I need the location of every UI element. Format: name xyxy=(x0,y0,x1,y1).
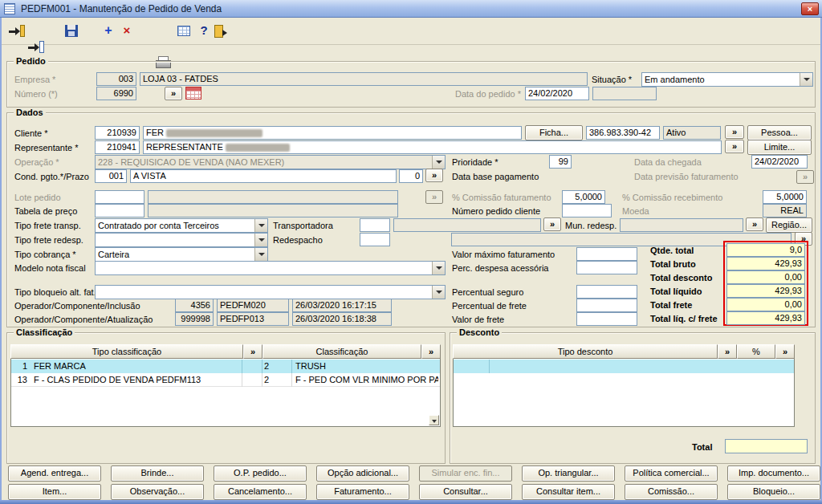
politica-comercial-button[interactable]: Política comercial... xyxy=(625,465,718,482)
desconto-pct-lookup-header[interactable]: » xyxy=(775,344,795,359)
qtde-total-field: 9,0 xyxy=(726,243,805,257)
desconto-tipo-lookup-header[interactable]: » xyxy=(718,344,737,359)
classificacao-header-tipo[interactable]: Tipo classificação xyxy=(10,344,243,359)
valor-max-fat-label: Valor máximo faturamento xyxy=(452,250,555,260)
delete-icon[interactable]: × xyxy=(118,23,136,39)
valor-frete-field[interactable] xyxy=(576,312,637,326)
comissao-button[interactable]: Comissão... xyxy=(625,484,718,500)
chevron-down-icon[interactable] xyxy=(254,234,267,246)
item-button[interactable]: Item... xyxy=(8,484,101,500)
modelo-nf-select[interactable] xyxy=(95,261,446,275)
data-previsao-lookup-button: » xyxy=(796,170,814,184)
agend-entrega-button[interactable]: Agend. entrega... xyxy=(8,465,101,482)
cancelamento-button[interactable]: Cancelamento... xyxy=(214,484,307,500)
representante-name-text: REPRESENTANTE xyxy=(146,142,223,152)
total-liq-frete-field: 429,93 xyxy=(726,311,805,325)
imp-documento-button[interactable]: Imp. documento... xyxy=(727,465,820,482)
empresa-name-field: LOJA 03 - FATDES xyxy=(140,72,588,86)
op-pedido-button[interactable]: O.P. pedido... xyxy=(214,465,307,482)
desconto-header-pct[interactable]: % xyxy=(737,344,775,359)
chevron-down-icon[interactable] xyxy=(254,219,267,232)
classificacao-class-lookup-header[interactable]: » xyxy=(421,344,441,359)
tipo-frete-transp-select[interactable]: Contratado por conta Terceiros xyxy=(95,218,268,233)
comissao-rec-field[interactable]: 5,0000 xyxy=(763,190,807,204)
pessoa-button[interactable]: Pessoa... xyxy=(747,125,812,140)
add-icon[interactable]: + xyxy=(100,23,117,39)
mun-redesp-label: Mun. redesp. xyxy=(565,221,616,231)
ficha-button[interactable]: Ficha... xyxy=(525,125,583,140)
cliente-name-field[interactable]: FER xyxy=(143,126,522,140)
table-row[interactable] xyxy=(454,360,794,373)
prazo-field[interactable]: 0 xyxy=(399,169,423,183)
classificacao-nome: TRUSH xyxy=(294,360,438,373)
tabela-preco-code-field[interactable] xyxy=(95,204,144,217)
data-pedido-label: Data do pedido * xyxy=(455,89,521,100)
desconto-total-field xyxy=(725,439,808,453)
table-row[interactable]: 1 FER MARCA 2 TRUSH xyxy=(11,360,440,373)
empresa-code-field: 003 xyxy=(96,72,136,86)
total-liq-frete-label: Total líq. c/ frete xyxy=(650,314,718,324)
open-window-icon[interactable] xyxy=(27,39,45,55)
tipo-cobranca-select[interactable]: Carteira xyxy=(95,247,268,262)
prioridade-field[interactable]: 99 xyxy=(549,155,572,169)
representante-code-field[interactable]: 210941 xyxy=(95,140,140,154)
chevron-down-icon[interactable] xyxy=(800,73,812,86)
comissao-fat-field[interactable]: 5,0000 xyxy=(562,190,605,204)
tabela-preco-name-field xyxy=(148,204,398,217)
chevron-down-icon[interactable] xyxy=(432,286,445,299)
consultar-button[interactable]: Consultar... xyxy=(419,484,512,500)
help-icon[interactable]: ? xyxy=(195,23,213,39)
chevron-down-icon[interactable] xyxy=(432,262,445,274)
numero-lookup-button[interactable]: » xyxy=(165,87,182,100)
transportadora-code-field[interactable] xyxy=(360,218,390,232)
lote-code-field[interactable] xyxy=(95,190,144,204)
valor-max-fat-field[interactable] xyxy=(576,247,637,261)
op-triangular-button[interactable]: Op. triangular... xyxy=(522,465,615,482)
tipo-frete-redesp-select[interactable] xyxy=(95,233,268,247)
cond-pgto-lookup-button[interactable]: » xyxy=(425,169,443,182)
regiao-button[interactable]: Região... xyxy=(766,217,812,233)
close-button[interactable]: × xyxy=(801,2,819,15)
cliente-cpf-field[interactable]: 386.983.390-42 xyxy=(586,126,660,140)
classificacao-tipo-lookup-header[interactable]: » xyxy=(243,344,262,359)
redespacho-code-field[interactable] xyxy=(360,233,390,246)
representante-name-field[interactable]: REPRESENTANTE xyxy=(143,140,722,154)
perc-seguro-field[interactable] xyxy=(576,285,637,299)
desconto-header-tipo[interactable]: Tipo desconto xyxy=(453,344,718,359)
limite-button[interactable]: Limite... xyxy=(747,140,812,155)
representante-lookup-button[interactable]: » xyxy=(725,140,744,153)
op-atualizacao-componente-field: PEDFP013 xyxy=(217,312,289,326)
cliente-code-field[interactable]: 210939 xyxy=(95,126,140,140)
observacao-button[interactable]: Observação... xyxy=(111,484,204,500)
perc-frete-field[interactable] xyxy=(576,299,637,312)
tipo-bloqueio-select[interactable] xyxy=(95,285,446,299)
perc-despesa-field[interactable] xyxy=(576,261,637,274)
situacao-select[interactable]: Em andamento xyxy=(641,72,813,87)
bloqueio-button[interactable]: Bloqueio... xyxy=(727,484,820,500)
data-chegada-field[interactable]: 24/02/2020 xyxy=(751,155,808,169)
exit-door-shape xyxy=(214,25,223,38)
opcao-adicional-button[interactable]: Opção adicional... xyxy=(316,465,409,482)
spreadsheet-icon[interactable] xyxy=(175,23,193,39)
brinde-button[interactable]: Brinde... xyxy=(111,465,204,482)
mun-redesp-lookup-button[interactable]: » xyxy=(746,217,763,231)
table-row[interactable]: 13 F - CLAS PEDIDO DE VENDA PEDFM113 2 F… xyxy=(11,373,440,387)
calendar-icon[interactable] xyxy=(185,87,201,100)
op-atualizacao-datahora-field: 26/03/2020 16:18:38 xyxy=(292,312,392,326)
cond-pgto-code-field[interactable]: 001 xyxy=(95,169,127,183)
num-pedido-cliente-field[interactable] xyxy=(562,204,612,217)
cond-pgto-name-field[interactable]: A VISTA xyxy=(130,169,397,183)
goto-icon[interactable] xyxy=(8,23,26,39)
exit-icon[interactable] xyxy=(212,23,230,39)
faturamento-button[interactable]: Faturamento... xyxy=(316,484,409,500)
chevron-down-icon[interactable] xyxy=(254,248,267,261)
consultar-item-button[interactable]: Consultar item... xyxy=(522,484,615,500)
scroll-down-button[interactable] xyxy=(429,415,439,425)
dados-legend: Dados xyxy=(14,108,46,118)
transportadora-lookup-button[interactable]: » xyxy=(543,217,561,231)
total-desconto-field: 0,00 xyxy=(726,270,805,284)
cliente-lookup-button[interactable]: » xyxy=(725,125,744,139)
save-icon[interactable] xyxy=(63,23,80,39)
data-pedido-field[interactable]: 24/02/2020 xyxy=(525,87,589,100)
classificacao-header-class[interactable]: Classificação xyxy=(262,344,421,359)
